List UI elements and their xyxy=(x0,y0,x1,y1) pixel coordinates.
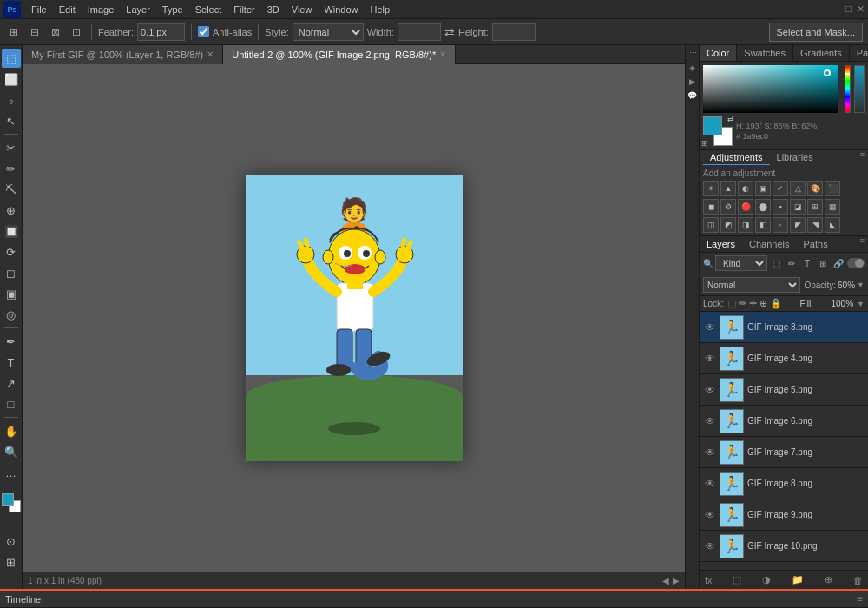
shape-tool[interactable]: □ xyxy=(2,394,21,413)
fg-bg-swatches[interactable]: ⇄ ⊞ xyxy=(703,116,733,146)
fx-icon[interactable]: fx xyxy=(705,575,713,585)
tab-close-active-icon[interactable]: ✕ xyxy=(439,50,446,59)
path-tool[interactable]: ↗ xyxy=(2,373,21,393)
color-spectrum[interactable] xyxy=(703,65,838,113)
lock-pixels-icon[interactable]: ⬚ xyxy=(727,298,736,309)
layer-item-3[interactable]: 👁 🏃 GIF Image 6.png xyxy=(700,406,868,437)
eyedropper-tool[interactable]: ✏ xyxy=(2,159,21,178)
layer-filter-select[interactable]: Kind xyxy=(715,255,767,271)
layer-item-0[interactable]: 👁 🏃 GIF Image 3.png xyxy=(700,312,868,343)
layer-item-5[interactable]: 👁 🏃 GIF Image 8.png xyxy=(700,468,868,499)
layer-filter-toggle[interactable] xyxy=(847,258,865,268)
layer-visibility-5[interactable]: 👁 xyxy=(703,477,717,491)
select-tool[interactable]: ↖ xyxy=(2,111,21,130)
layer-visibility-0[interactable]: 👁 xyxy=(703,321,717,334)
fill-chevron[interactable]: ▼ xyxy=(857,300,865,308)
heal-tool[interactable]: ⛏ xyxy=(2,180,21,199)
layer-opacity-row[interactable]: Opacity: 60% ▼ xyxy=(804,281,865,290)
hue-slider[interactable] xyxy=(845,65,851,113)
adjustments-tab[interactable]: Adjustments xyxy=(703,150,770,165)
layers-tab-paths[interactable]: Paths xyxy=(797,236,835,252)
layer-filter-icon-4[interactable]: ⊞ xyxy=(816,256,830,270)
layer-visibility-1[interactable]: 👁 xyxy=(703,352,717,366)
hand-tool[interactable]: ✋ xyxy=(2,421,21,440)
menu-type[interactable]: Type xyxy=(157,3,188,17)
adj-vibrance[interactable]: ✓ xyxy=(773,181,788,196)
pen-tool[interactable]: ✒ xyxy=(2,332,21,351)
feather-input[interactable] xyxy=(137,23,185,41)
crop-tool[interactable]: ✂ xyxy=(2,138,21,157)
close-icon[interactable]: ✕ xyxy=(857,3,865,15)
adj-channel-mixer[interactable]: ⚙ xyxy=(720,199,736,215)
lock-draw-icon[interactable]: ✏ xyxy=(739,298,746,309)
timeline-panel-menu[interactable]: ≡ xyxy=(858,594,863,604)
panel-collapse-btn[interactable]: ⋮ xyxy=(688,49,697,56)
adj-threshold[interactable]: ◪ xyxy=(790,199,806,215)
swatches-tab[interactable]: Swatches xyxy=(737,45,793,61)
adj-panel-menu[interactable]: ≡ xyxy=(860,150,865,165)
style-select[interactable]: NormalFixed RatioFixed Size xyxy=(293,23,364,41)
foreground-swatch[interactable] xyxy=(703,116,722,135)
menu-view[interactable]: View xyxy=(286,3,318,17)
adj-invert[interactable]: ⬤ xyxy=(755,199,771,215)
menu-select[interactable]: Select xyxy=(190,3,227,17)
lock-move-icon[interactable]: ✛ xyxy=(749,298,757,309)
opacity-chevron[interactable]: ▼ xyxy=(857,281,865,289)
layer-visibility-3[interactable]: 👁 xyxy=(703,414,717,428)
lock-artboard-icon[interactable]: ⊕ xyxy=(760,298,767,309)
speech-icon[interactable]: 💬 xyxy=(687,91,697,100)
adj-color-lookup[interactable]: 🔴 xyxy=(738,199,753,215)
anti-alias-checkbox[interactable] xyxy=(198,26,209,37)
adj-extra-6[interactable]: ◤ xyxy=(790,217,806,233)
layer-filter-icon-3[interactable]: T xyxy=(800,256,814,270)
delete-layer-icon[interactable]: 🗑 xyxy=(853,575,863,585)
menu-window[interactable]: Window xyxy=(319,3,363,17)
color-panel-icon[interactable]: ◈ xyxy=(689,63,695,72)
layer-item-4[interactable]: 👁 🏃 GIF Image 7.png xyxy=(700,437,868,468)
menu-filter[interactable]: Filter xyxy=(228,3,260,17)
layer-item-6[interactable]: 👁 🏃 GIF Image 9.png xyxy=(700,499,868,531)
adj-photo-filter[interactable]: ◼ xyxy=(703,199,719,215)
libraries-tab[interactable]: Libraries xyxy=(770,150,820,165)
color-tab[interactable]: Color xyxy=(700,45,737,61)
adj-levels[interactable]: ▲ xyxy=(720,181,736,196)
quick-mask-tool[interactable]: ⊙ xyxy=(2,532,21,551)
select-mask-button[interactable]: Select and Mask... xyxy=(769,23,864,42)
type-tool[interactable]: T xyxy=(2,353,21,372)
add-mask-icon[interactable]: ⬚ xyxy=(733,574,741,585)
adj-exposure[interactable]: ▣ xyxy=(755,181,771,196)
adj-curves[interactable]: ◐ xyxy=(738,181,753,196)
layer-visibility-2[interactable]: 👁 xyxy=(703,383,717,397)
play-icon[interactable]: ▶ xyxy=(689,77,695,86)
gradients-tab[interactable]: Gradients xyxy=(793,45,850,61)
screen-mode-tool[interactable]: ⊞ xyxy=(2,552,21,572)
adj-extra-4[interactable]: ◧ xyxy=(755,217,771,233)
layer-filter-icon-5[interactable]: 🔗 xyxy=(832,256,845,270)
menu-3d[interactable]: 3D xyxy=(262,3,285,17)
clone-tool[interactable]: 🔲 xyxy=(2,221,21,241)
adj-brightness[interactable]: ☀ xyxy=(703,181,719,196)
height-input[interactable] xyxy=(492,23,536,41)
layer-mode-select[interactable]: Normal xyxy=(703,277,800,293)
layers-panel-menu[interactable]: ≡ xyxy=(857,236,868,252)
extra-tool[interactable]: … xyxy=(2,463,21,482)
menu-help[interactable]: Help xyxy=(365,3,396,17)
adj-color-balance[interactable]: 🎨 xyxy=(807,181,823,196)
tab-untitled-2[interactable]: Untitled-2 @ 100% (GIF Image 2.png, RGB/… xyxy=(223,45,456,64)
gradient-tool[interactable]: ▣ xyxy=(2,284,21,303)
history-tool[interactable]: ⟳ xyxy=(2,242,21,261)
minimize-icon[interactable]: — xyxy=(831,3,840,15)
layer-item-7[interactable]: 👁 🏃 GIF Image 10.png xyxy=(700,531,868,562)
scroll-left-icon[interactable]: ◀ xyxy=(662,576,669,585)
foreground-color-swatch[interactable] xyxy=(2,493,14,506)
width-input[interactable] xyxy=(398,23,441,41)
layer-visibility-4[interactable]: 👁 xyxy=(703,446,717,459)
menu-edit[interactable]: Edit xyxy=(54,3,81,17)
adj-extra-1[interactable]: ◫ xyxy=(703,217,719,233)
layer-item-2[interactable]: 👁 🏃 GIF Image 5.png xyxy=(700,374,868,406)
adj-extra-8[interactable]: ◣ xyxy=(825,217,840,233)
layer-visibility-7[interactable]: 👁 xyxy=(703,539,717,553)
swap-colors-icon[interactable]: ⇄ xyxy=(727,115,734,123)
color-swatches[interactable] xyxy=(2,493,21,512)
alpha-bar[interactable] xyxy=(854,65,865,113)
